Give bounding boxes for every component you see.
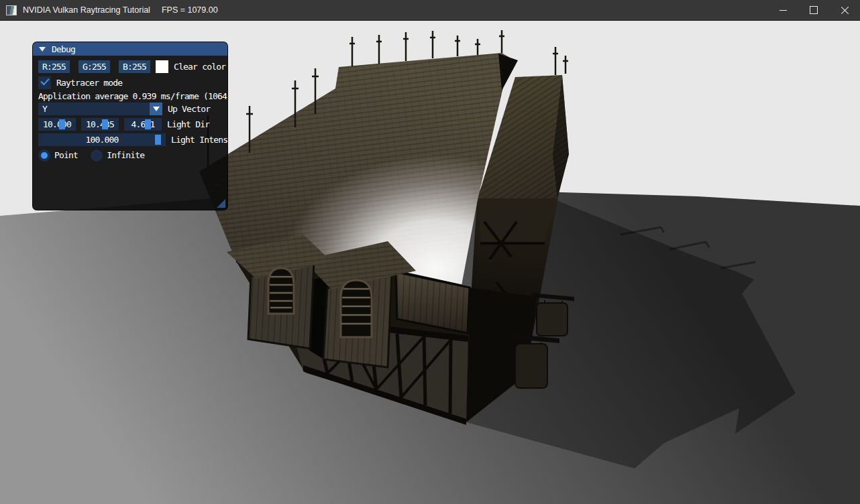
chevron-down-icon	[153, 107, 160, 111]
maximize-button[interactable]	[798, 0, 829, 21]
perf-stats-text: Application average 0.939 ms/frame (1064	[38, 91, 227, 101]
debug-panel-header[interactable]: Debug	[33, 42, 227, 56]
slider-grab[interactable]	[155, 135, 161, 145]
close-icon	[841, 6, 849, 15]
light-intensity-label: Light Intensity	[171, 133, 229, 146]
panel-title: Debug	[52, 44, 75, 54]
clear-color-swatch[interactable]	[156, 60, 168, 73]
raytracer-mode-label: Raytracer mode	[56, 76, 122, 89]
slider-grab[interactable]	[145, 119, 151, 129]
green-channel-button[interactable]: G:255	[78, 60, 110, 73]
clear-color-label: Clear color	[174, 60, 225, 73]
light-dir-z-slider[interactable]: 4.681	[124, 118, 162, 131]
up-vector-value: Y	[42, 103, 47, 115]
combo-arrow-button[interactable]	[150, 103, 162, 115]
window-title: NVIDIA Vulkan Raytracing Tutorial	[23, 5, 150, 15]
slider-grab[interactable]	[102, 119, 108, 129]
radio-dot	[41, 152, 48, 159]
app-icon	[6, 5, 17, 15]
light-type-point-label: Point	[54, 149, 78, 162]
minimize-icon	[780, 10, 787, 11]
slider-grab[interactable]	[59, 119, 65, 129]
light-type-infinite-label: Infinite	[107, 149, 144, 162]
light-dir-y-slider[interactable]: 10.435	[81, 118, 119, 131]
light-type-infinite-radio[interactable]	[91, 149, 103, 162]
fps-counter: FPS = 1079.00	[162, 5, 218, 15]
minimize-button[interactable]	[767, 0, 798, 21]
blue-channel-button[interactable]: B:255	[119, 60, 150, 73]
light-intensity-slider[interactable]: 100.000	[38, 133, 166, 146]
lantern-lower	[515, 344, 547, 388]
raytracer-mode-checkbox[interactable]	[38, 76, 51, 89]
titlebar[interactable]: NVIDIA Vulkan Raytracing Tutorial FPS = …	[0, 0, 860, 21]
up-vector-combo[interactable]: Y	[38, 103, 162, 115]
render-viewport[interactable]: Debug R:255 G:255 B:255 Clear color Rayt…	[0, 21, 860, 504]
red-channel-button[interactable]: R:255	[38, 60, 70, 73]
light-type-point-radio[interactable]	[38, 149, 50, 162]
collapse-arrow-icon[interactable]	[39, 47, 46, 52]
debug-panel[interactable]: Debug R:255 G:255 B:255 Clear color Rayt…	[32, 42, 228, 210]
lantern-upper	[537, 303, 568, 336]
panel-resize-grip[interactable]	[217, 199, 225, 208]
up-vector-label: Up Vector	[168, 103, 210, 115]
maximize-icon	[810, 6, 818, 14]
close-button[interactable]	[829, 0, 860, 21]
checkmark-icon	[40, 76, 49, 86]
light-dir-label: Light Dir	[167, 118, 209, 131]
app-window: NVIDIA Vulkan Raytracing Tutorial FPS = …	[0, 0, 860, 504]
light-dir-x-slider[interactable]: 10.000	[38, 118, 76, 131]
